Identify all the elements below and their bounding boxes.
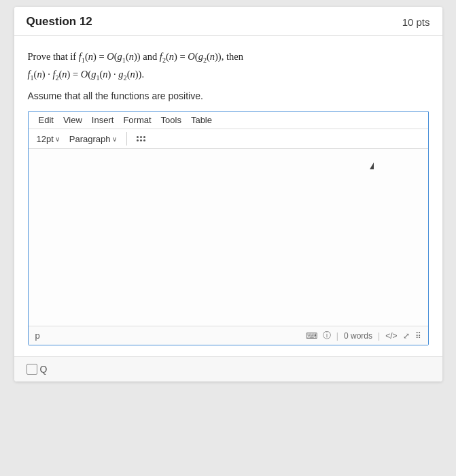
paragraph-chevron: ∨ [112, 135, 117, 143]
dot [137, 139, 139, 141]
problem-line2: f1(n) · f2(n) = O(g1(n) · g2(n)). [28, 69, 145, 80]
grid-dots-icon[interactable]: ⠿ [415, 331, 421, 341]
editor-toolbar: 12pt ∨ Paragraph ∨ [29, 129, 428, 149]
info-icon[interactable]: ⓘ [323, 330, 331, 341]
font-size-value: 12pt [37, 134, 54, 144]
expand-button[interactable]: ⤢ [403, 331, 410, 341]
question-card: Question 12 10 pts Prove that if f1(n) =… [14, 7, 442, 381]
editor-statusbar: p ⌨ ⓘ | 0 words | </> ⤢ ⠿ [29, 326, 428, 345]
menu-tools[interactable]: Tools [156, 114, 186, 126]
dot [143, 139, 145, 141]
problem-statement: Prove that if f1(n) = O(g1(n)) and f2(n)… [28, 48, 429, 84]
paragraph-value: Paragraph [69, 134, 111, 144]
paragraph-select[interactable]: Paragraph ∨ [67, 133, 120, 146]
question-body: Prove that if f1(n) = O(g1(n)) and f2(n)… [14, 36, 442, 356]
menu-view[interactable]: View [58, 114, 87, 126]
rich-text-editor[interactable]: Edit View Insert Format Tools Table 12pt… [28, 111, 429, 345]
font-size-chevron: ∨ [55, 135, 60, 143]
question-points: 10 pts [402, 16, 430, 28]
menu-edit[interactable]: Edit [34, 114, 58, 126]
font-size-select[interactable]: 12pt ∨ [34, 133, 63, 146]
dot [137, 136, 139, 138]
toolbar-divider [126, 132, 127, 146]
problem-line1: Prove that if f1(n) = O(g1(n)) and f2(n)… [28, 51, 243, 62]
statusbar-p-indicator: p [35, 330, 40, 341]
next-question-label: Q [40, 364, 48, 375]
editor-menubar: Edit View Insert Format Tools Table [29, 112, 428, 129]
next-question-row: Q [14, 356, 442, 381]
dots-row-2 [137, 139, 145, 141]
keyboard-icon: ⌨ [306, 331, 317, 341]
statusbar-left: p [35, 330, 40, 341]
cursor-pointer [370, 163, 374, 169]
editor-content-area[interactable] [29, 149, 428, 326]
dot [140, 139, 142, 141]
statusbar-right: ⌨ ⓘ | 0 words | </> ⤢ ⠿ [306, 330, 421, 341]
status-separator-1: | [336, 331, 338, 341]
assumption-text: Assume that all the functions are positi… [28, 90, 429, 101]
question-header: Question 12 10 pts [14, 7, 442, 36]
status-separator-2: | [378, 331, 380, 341]
word-count-label: 0 words [344, 331, 372, 341]
more-options-button[interactable] [134, 135, 148, 143]
dot [143, 136, 145, 138]
menu-insert[interactable]: Insert [87, 114, 119, 126]
code-view-button[interactable]: </> [385, 331, 397, 341]
dot [140, 136, 142, 138]
question-title: Question 12 [27, 15, 92, 29]
menu-format[interactable]: Format [118, 114, 156, 126]
checkbox-icon[interactable] [27, 364, 37, 375]
dots-row-1 [137, 136, 145, 138]
menu-table[interactable]: Table [186, 114, 217, 126]
